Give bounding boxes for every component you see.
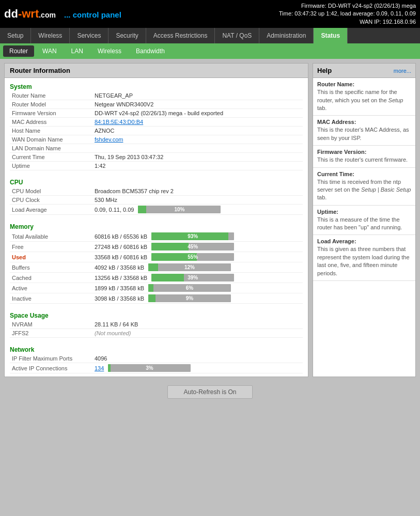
logo-wrt: -wrt: [18, 7, 39, 20]
help-firmware-text: This is the router's current firmware.: [317, 156, 411, 164]
space-title: Space Usage: [10, 310, 303, 320]
value-wan-domain: fshdev.com: [95, 136, 301, 143]
total-avail-pct: 93%: [151, 232, 234, 240]
router-information-header: Router Information: [5, 64, 308, 78]
value-router-name: NETGEAR_AP: [95, 92, 301, 99]
mac-link[interactable]: 84:1B:5E:43:D0:B4: [95, 119, 143, 125]
help-more-link[interactable]: more...: [394, 68, 411, 74]
network-section: Network IP Filter Maximum Ports 4096 Act…: [5, 341, 308, 377]
cached-text: 13256 kB / 33568 kB: [95, 275, 147, 281]
value-free: 27248 kB / 60816 kB 45%: [95, 243, 301, 251]
label-firmware: Firmware Version: [12, 110, 95, 116]
buffers-pct: 12%: [148, 263, 231, 271]
label-load-average: Load Average: [12, 207, 95, 213]
help-firmware: Firmware Version: This is the router's c…: [313, 146, 415, 167]
used-text: 33568 kB / 60816 kB: [95, 254, 147, 260]
tab-administration[interactable]: Administration: [259, 28, 314, 43]
label-buffers: Buffers: [12, 264, 95, 271]
value-current-time: Thu, 19 Sep 2013 03:47:32: [95, 154, 301, 160]
row-current-time: Current Time Thu, 19 Sep 2013 03:47:32: [10, 153, 303, 162]
row-cached: Cached 13256 kB / 33568 kB 39%: [10, 273, 303, 283]
tab-setup[interactable]: Setup: [0, 28, 31, 43]
help-load-avg-text: This is given as three numbers that repr…: [317, 245, 411, 277]
free-bar: 45%: [151, 243, 234, 251]
wan-domain-link[interactable]: fshdev.com: [95, 136, 123, 143]
tab-access-restrictions[interactable]: Access Restrictions: [146, 28, 215, 43]
row-buffers: Buffers 4092 kB / 33568 kB 12%: [10, 262, 303, 273]
row-load-average: Load Average 0.09, 0.11, 0.09 10%: [10, 205, 303, 215]
nav-tabs: Setup Wireless Services Security Access …: [0, 28, 420, 43]
inactive-bar: 9%: [148, 294, 231, 302]
total-avail-text: 60816 kB / 65536 kB: [95, 233, 147, 240]
time-info: Time: 03:47:32 up 1:42, load average: 0.…: [279, 10, 416, 18]
tab-security[interactable]: Security: [108, 28, 146, 43]
value-inactive: 3098 kB / 33568 kB 9%: [95, 294, 301, 302]
value-mac: 84:1B:5E:43:D0:B4: [95, 119, 301, 125]
label-used: Used: [12, 254, 95, 260]
label-router-name: Router Name: [12, 92, 95, 99]
memory-title: Memory: [10, 221, 303, 231]
subtab-bandwidth[interactable]: Bandwidth: [130, 45, 171, 57]
label-ip-filter: IP Filter Maximum Ports: [12, 355, 95, 362]
tab-wireless[interactable]: Wireless: [31, 28, 70, 43]
row-uptime: Uptime 1:42: [10, 162, 303, 170]
subtab-wireless[interactable]: Wireless: [91, 45, 128, 57]
buffers-bar: 12%: [148, 263, 231, 271]
value-buffers: 4092 kB / 33568 kB 12%: [95, 263, 301, 271]
value-ip-filter: 4096: [95, 355, 301, 362]
system-title: System: [10, 81, 303, 91]
value-active: 1899 kB / 33568 kB 6%: [95, 284, 301, 292]
cpu-title: CPU: [10, 177, 303, 187]
left-panel: Router Information System Router Name NE…: [4, 63, 308, 377]
subtab-lan[interactable]: LAN: [65, 45, 89, 57]
free-pct: 45%: [151, 243, 234, 251]
label-uptime: Uptime: [12, 163, 95, 169]
label-cached: Cached: [12, 275, 95, 281]
row-ip-filter: IP Filter Maximum Ports 4096: [10, 354, 303, 363]
label-cpu-model: CPU Model: [12, 188, 95, 194]
label-current-time: Current Time: [12, 154, 95, 160]
wan-ip: WAN IP: 192.168.0.96: [279, 18, 416, 26]
row-router-model: Router Model Netgear WNDR3400V2: [10, 100, 303, 109]
help-router-name: Router Name: This is the specific name f…: [313, 78, 415, 116]
bottom-bar: Auto-Refresh is On: [0, 381, 420, 403]
auto-refresh-button[interactable]: Auto-Refresh is On: [167, 385, 252, 399]
tab-services[interactable]: Services: [70, 28, 108, 43]
help-header: Help more...: [313, 64, 415, 78]
tab-nat-qos[interactable]: NAT / QoS: [215, 28, 259, 43]
label-active: Active: [12, 285, 95, 291]
row-firmware: Firmware Version DD-WRT v24-sp2 (02/26/1…: [10, 109, 303, 118]
row-wan-domain: WAN Domain Name fshdev.com: [10, 135, 303, 144]
memory-section: Memory Total Available 60816 kB / 65536 …: [5, 218, 308, 307]
row-free: Free 27248 kB / 60816 kB 45%: [10, 242, 303, 252]
network-title: Network: [10, 344, 303, 354]
label-total-available: Total Available: [12, 233, 95, 240]
value-router-model: Netgear WNDR3400V2: [95, 101, 301, 107]
label-mac: MAC Address: [12, 119, 95, 125]
value-jffs2: (Not mounted): [95, 330, 301, 336]
row-hostname: Host Name AZNOC: [10, 127, 303, 135]
cpu-section: CPU CPU Model Broadcom BCM5357 chip rev …: [5, 174, 308, 218]
page-wrapper: dd-wrt.com ... control panel Firmware: D…: [0, 0, 420, 403]
value-nvram: 28.11 KB / 64 KB: [95, 321, 301, 327]
help-uptime-text: This is a measure of the time the router…: [317, 216, 411, 232]
row-total-available: Total Available 60816 kB / 65536 kB 93%: [10, 231, 303, 242]
value-used: 33568 kB / 60816 kB 55%: [95, 253, 301, 261]
connections-pct: 3%: [108, 364, 191, 372]
subtab-wan[interactable]: WAN: [36, 45, 63, 57]
label-jffs2: JFFS2: [12, 330, 95, 336]
help-firmware-title: Firmware Version:: [317, 149, 411, 155]
row-nvram: NVRAM 28.11 KB / 64 KB: [10, 320, 303, 329]
value-uptime: 1:42: [95, 163, 301, 169]
label-nvram: NVRAM: [12, 321, 95, 327]
subtab-router[interactable]: Router: [3, 45, 34, 57]
tab-status[interactable]: Status: [314, 28, 348, 43]
label-cpu-clock: CPU Clock: [12, 197, 95, 203]
help-current-time: Current Time: This time is received from…: [313, 168, 415, 206]
active-connections-link[interactable]: 134: [95, 365, 104, 371]
row-cpu-model: CPU Model Broadcom BCM5357 chip rev 2: [10, 187, 303, 196]
logo-com: .com: [39, 11, 56, 19]
row-inactive: Inactive 3098 kB / 33568 kB 9%: [10, 293, 303, 304]
space-section: Space Usage NVRAM 28.11 KB / 64 KB JFFS2…: [5, 307, 308, 341]
active-pct: 6%: [148, 284, 231, 292]
